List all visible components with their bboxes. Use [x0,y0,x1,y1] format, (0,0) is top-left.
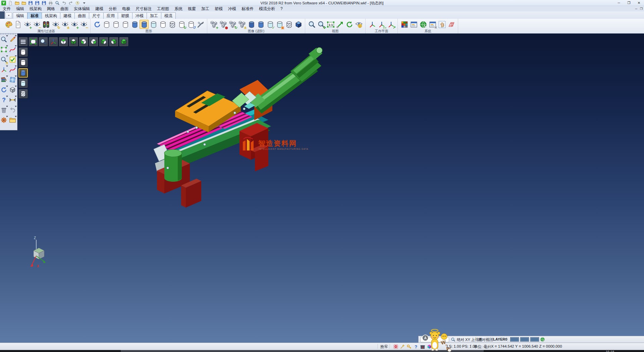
restore-button[interactable]: ❐ [624,0,634,6]
shade-static-button[interactable] [256,20,265,29]
view-right-button[interactable] [109,37,118,46]
menu-electrode[interactable]: 电极 [119,6,133,11]
lock-toggle[interactable]: 拴牢 [380,344,388,349]
selection-box-button[interactable] [0,45,8,54]
display-hatched-button[interactable] [168,20,177,29]
menu-window[interactable]: 视窗 [185,6,199,11]
regenerate-button[interactable] [0,86,8,94]
hide-all-button[interactable]: − [79,20,88,29]
rotate-view-button[interactable] [345,20,354,29]
tab-application[interactable]: 应用 [103,12,118,19]
attributes-layers-button[interactable] [0,76,8,84]
menu-moldflow[interactable]: 模流分析 [256,6,278,11]
validate-button[interactable] [9,55,17,64]
zoom-selected-button[interactable] [335,20,344,29]
adv-add-entities-button[interactable]: + [209,20,218,29]
wcs-axes-button[interactable] [0,65,8,74]
measure-distance-button[interactable] [9,96,17,104]
tab-die[interactable]: 冲模 [132,12,147,19]
undo-last-button[interactable] [9,106,17,114]
shade-wire-button[interactable] [284,20,293,29]
grid-plane-button[interactable] [9,76,17,84]
view-iso-button[interactable] [119,37,128,46]
refresh-visibility-button[interactable]: ↻ [51,20,60,29]
zoom-window-button[interactable] [307,20,316,29]
menu-system[interactable]: 系统 [172,6,185,11]
menu-wireframe[interactable]: 线架构 [27,6,44,11]
active-layer-label[interactable]: LAYER0 [493,337,507,341]
show-entities-button[interactable]: + [23,20,32,29]
view-back-button[interactable] [89,37,98,46]
shading-undo-button[interactable]: ↺ [186,20,196,29]
shaded-cube-button[interactable] [294,20,303,29]
tab-machining[interactable]: 加工 [147,12,161,19]
notes-red-icon[interactable] [393,344,398,349]
edit-entities-button[interactable] [9,35,17,44]
viewport-3d-model[interactable]: 智造资料网 INTELLIGENT MANUFACTURING DATA Z X [0,34,644,343]
redraw-button[interactable] [93,20,102,29]
snap-zoom-button[interactable] [0,35,8,44]
display-outline-button[interactable] [158,20,167,29]
color-swatch[interactable] [510,337,519,342]
display-shaded-wire-button[interactable] [130,20,139,29]
tab-mold[interactable]: 塑膜 [118,12,132,19]
menu-file[interactable]: 文件 [0,6,13,11]
system-grid-button[interactable] [447,20,456,29]
menu-analysis[interactable]: 分析 [106,6,119,11]
magic-wand-icon[interactable] [400,344,405,349]
attribute-report-button[interactable] [13,20,22,29]
show-all-button[interactable]: + [70,20,79,29]
child-restore-button[interactable]: ❐ [640,6,643,11]
globe-icon[interactable] [540,337,545,342]
zoom-options-button[interactable]: ± [0,55,8,64]
shade-dynamic-button[interactable] [247,20,256,29]
menu-solid-edit[interactable]: 实体编辑 [71,6,93,11]
file-browser-button[interactable] [9,116,17,124]
menu-mesh[interactable]: 网格 [44,6,58,11]
select-box-button[interactable] [29,37,38,46]
view-bottom-button[interactable] [69,37,78,46]
solid-cube-button[interactable] [9,86,17,94]
close-button[interactable]: ✕ [634,0,644,6]
menu-mold[interactable]: 塑模 [212,6,225,11]
shade-verify-button[interactable]: ✓ [266,20,275,29]
render-shaded-button[interactable] [18,68,28,78]
modify-attributes-button[interactable] [4,20,13,29]
menu-edit[interactable]: 编辑 [13,6,27,11]
adv-filter-lights-button[interactable]: ● [219,20,228,29]
menu-machining[interactable]: 加工 [199,6,212,11]
curve-edit-button[interactable] [9,65,17,74]
sketch-curve-button[interactable] [9,45,17,54]
adv-regenerate-button[interactable]: ↻ [228,20,237,29]
menu-drafting[interactable]: 工程图 [154,6,172,11]
display-settings-button[interactable] [196,20,205,29]
display-transparent-button[interactable] [149,20,158,29]
workplane-create-button[interactable] [368,20,377,29]
menu-standard-parts[interactable]: 标准件 [239,6,256,11]
view-top-button[interactable] [59,37,68,46]
units-readout[interactable]: 单位: 毫米 [474,344,491,349]
system-select-button[interactable] [437,20,446,29]
license-key-icon[interactable] [407,344,412,349]
minimize-button[interactable]: ─ [614,0,624,6]
system-layout-button[interactable]: ✕ [428,20,437,29]
tab-dimension[interactable]: 尺寸 [89,12,104,19]
axonometric-axes-button[interactable] [49,37,58,46]
render-hatched-button[interactable] [18,89,28,98]
menu-help[interactable]: ? [278,6,285,11]
system-settings-button[interactable] [419,20,428,29]
display-hidden-line-button[interactable] [111,20,120,29]
model-assembly[interactable] [154,47,322,208]
tab-surface[interactable]: 曲面 [74,12,89,19]
tab-menu-caret[interactable] [5,12,12,18]
view-reference-label[interactable]: 绝对视图 [478,337,493,342]
regenerate-shading-button[interactable]: ↻ [177,20,186,29]
windows-taskbar[interactable]: 15:18 [0,350,644,352]
display-dashed-button[interactable] [121,20,130,29]
delete-entities-button[interactable] [0,106,8,114]
workplane-move-button[interactable]: ↗ [386,20,395,29]
visibility-filters-button[interactable] [42,20,51,29]
menu-dimension[interactable]: 尺寸标注 [133,6,154,11]
menu-die[interactable]: 冲模 [225,6,239,11]
view-face-button[interactable] [354,20,363,29]
